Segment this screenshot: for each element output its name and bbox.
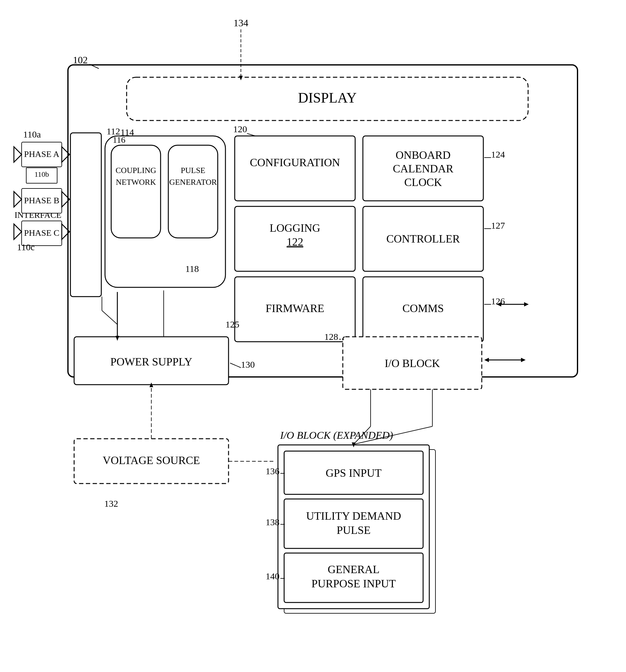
onboard-calendar-clock-label1: ONBOARD [396, 149, 451, 161]
ref-124: 124 [491, 149, 505, 160]
ref-118: 118 [185, 264, 199, 274]
ref-120: 120 [233, 124, 247, 134]
configuration-label: CONFIGURATION [250, 156, 340, 169]
display-label: DISPLAY [298, 90, 357, 106]
phase-c-label: PHASE C [24, 228, 59, 238]
io-block-label: I/O BLOCK [385, 357, 440, 369]
ref-110b: 110b [34, 170, 49, 178]
ref-134-label: 134 [233, 17, 248, 28]
svg-marker-54 [14, 192, 22, 207]
onboard-calendar-clock-label3: CLOCK [404, 176, 442, 189]
utility-demand-pulse-label1: UTILITY DEMAND [306, 510, 401, 522]
ref-128: 128 [324, 332, 338, 342]
ref-132: 132 [104, 498, 118, 508]
ref-127: 127 [491, 220, 505, 231]
power-supply-label: POWER SUPPLY [110, 356, 192, 368]
phase-b-label: PHASE B [24, 196, 59, 205]
voltage-source-label: VOLTAGE SOURCE [103, 454, 200, 466]
general-purpose-input-label2: PURPOSE INPUT [311, 577, 396, 590]
ref-125: 125 [225, 319, 239, 329]
comms-label: COMMS [402, 302, 444, 314]
ref-136: 136 [266, 466, 279, 476]
ref-140: 140 [266, 571, 279, 581]
svg-rect-40 [284, 499, 423, 548]
utility-demand-pulse-label2: PULSE [336, 524, 371, 536]
general-purpose-input-label1: GENERAL [328, 563, 380, 576]
pulse-generator-label1: PULSE [181, 166, 205, 175]
coupling-network-label2: NETWORK [116, 178, 156, 187]
coupling-network-label: COUPLING [116, 166, 156, 175]
pulse-generator-label2: GENERATOR [169, 178, 217, 187]
svg-rect-5 [70, 133, 101, 296]
svg-marker-57 [14, 224, 22, 239]
controller-label: CONTROLLER [386, 233, 460, 245]
svg-rect-7 [111, 145, 160, 238]
svg-rect-8 [168, 145, 218, 238]
logging-label: LOGGING [270, 222, 320, 234]
ref-130: 130 [241, 359, 255, 369]
phase-a-label: PHASE A [24, 149, 59, 159]
ref-116: 116 [113, 135, 125, 145]
ref-110c: 110c [17, 242, 34, 252]
ref-110a: 110a [23, 129, 41, 139]
firmware-label: FIRMWARE [266, 302, 324, 314]
ref-102-label: 102 [73, 54, 88, 66]
onboard-calendar-clock-label2: CALENDAR [393, 163, 453, 175]
diagram-container: 102 DISPLAY 134 INTERFACE 112 114 COUPLI… [0, 0, 626, 672]
gps-input-label: GPS INPUT [326, 467, 381, 479]
logging-ref: 122 [286, 236, 303, 248]
svg-marker-50 [14, 147, 22, 162]
ref-138: 138 [266, 517, 279, 527]
